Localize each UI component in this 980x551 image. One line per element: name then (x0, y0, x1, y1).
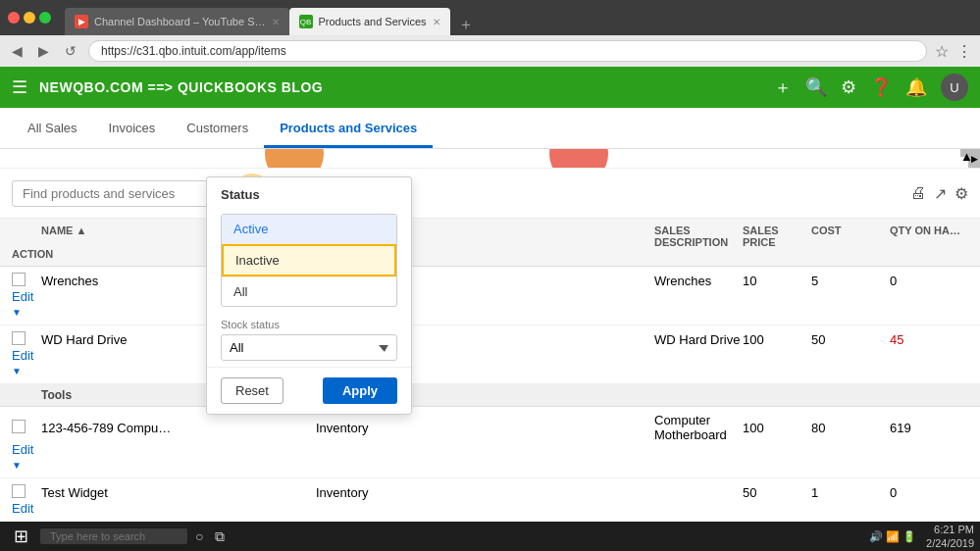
status-section: Active Inactive All (207, 208, 411, 313)
header-name[interactable]: NAME ▲ (41, 225, 218, 248)
row-price: 50 (743, 485, 811, 500)
nav-tab-all-sales[interactable]: All Sales (12, 111, 93, 148)
apply-button[interactable]: Apply (323, 377, 397, 404)
stock-section: Stock status All In stock Out of stock L… (207, 313, 411, 367)
status-options: Active Inactive All (221, 214, 397, 307)
table-header: NAME ▲ SKU TYPE SALES DESCRIPTION SALES … (0, 219, 980, 267)
url-bar[interactable]: https://c31.qbo.intuit.com/app/items (88, 40, 927, 62)
nav-tab-products[interactable]: Products and Services (264, 111, 433, 148)
filter-footer: Reset Apply (207, 367, 411, 414)
forward-button[interactable]: ▶ (34, 41, 53, 61)
nav-tab-invoices[interactable]: Invoices (93, 111, 172, 148)
row-checkbox[interactable] (12, 484, 41, 501)
row-name: Test Widget (41, 485, 218, 500)
row-checkbox[interactable] (12, 420, 41, 436)
row-price: 100 (743, 421, 811, 435)
nav-tab-customers[interactable]: Customers (171, 111, 264, 148)
stock-select-wrapper: All In stock Out of stock Low stock ▼ (221, 334, 397, 361)
tab-close-youtube[interactable]: ✕ (272, 17, 280, 27)
status-option-inactive[interactable]: Inactive (222, 244, 396, 276)
status-option-all[interactable]: All (222, 277, 396, 306)
new-tab-button[interactable]: ＋ (450, 15, 482, 35)
settings-icon[interactable]: ⋮ (956, 42, 972, 61)
main-content: ▼ 🖨 ↗ ⚙ NAME ▲ SKU TYPE SALES DESCRIPTIO… (0, 169, 980, 551)
minimize-button[interactable] (24, 12, 35, 24)
products-table: NAME ▲ SKU TYPE SALES DESCRIPTION SALES … (0, 219, 980, 551)
settings-gear-icon[interactable]: ⚙ (954, 184, 968, 203)
row-qty: 619 (890, 421, 968, 435)
stock-select[interactable]: All In stock Out of stock Low stock (221, 334, 397, 361)
row-name: Wrenches (41, 274, 218, 288)
chart-area: ▶ ▲ (0, 149, 980, 169)
row-cost: 5 (811, 274, 890, 288)
edit-link[interactable]: Edit (12, 348, 33, 363)
row-action: Edit ▼ (12, 442, 41, 472)
action-dropdown[interactable]: ▼ (12, 307, 22, 318)
export-icon[interactable]: ↗ (934, 184, 947, 203)
back-button[interactable]: ◀ (8, 41, 26, 61)
row-action: Edit ▼ (12, 289, 41, 319)
bell-icon[interactable]: 🔔 (905, 76, 927, 98)
row-action: Edit ▼ (12, 348, 41, 377)
header-checkbox (12, 225, 41, 248)
tab-bar: ▶ Channel Dashboard – YouTube S… ✕ QB Pr… (57, 0, 972, 35)
row-name: WD Hard Drive (41, 332, 218, 347)
scroll-top-marker: ▲ (960, 149, 968, 157)
app-header: ☰ NEWQBO.COM ==> QUICKBOOKS BLOG ＋ 🔍 ⚙ ❓… (0, 67, 980, 108)
url-text: https://c31.qbo.intuit.com/app/items (101, 44, 914, 58)
tab-close-quickbooks[interactable]: ✕ (433, 17, 440, 27)
user-avatar[interactable]: U (941, 74, 968, 101)
edit-link[interactable]: Edit (12, 501, 33, 516)
row-cost: 1 (811, 485, 890, 500)
chart-circle-red (549, 149, 608, 169)
tab-youtube[interactable]: ▶ Channel Dashboard – YouTube S… ✕ (65, 8, 289, 35)
address-bar: ◀ ▶ ↺ https://c31.qbo.intuit.com/app/ite… (0, 35, 980, 67)
row-checkbox[interactable] (12, 273, 41, 289)
row-qty: 45 (890, 332, 968, 347)
taskbar-system-icons: 🔊 📶 🔋 (869, 530, 916, 543)
taskbar-cortana-icon[interactable]: ○ (191, 528, 207, 544)
gear-icon[interactable]: ⚙ (841, 76, 856, 98)
action-dropdown[interactable]: ▼ (12, 366, 22, 376)
row-sales-desc: Wrenches (654, 274, 743, 288)
action-dropdown[interactable]: ▼ (12, 460, 22, 471)
edit-link[interactable]: Edit (12, 289, 33, 304)
bookmark-icon[interactable]: ☆ (935, 42, 949, 61)
edit-link[interactable]: Edit (12, 442, 33, 457)
row-checkbox[interactable] (12, 331, 41, 348)
chart-circle-orange (265, 149, 324, 169)
print-icon[interactable]: 🖨 (910, 184, 926, 202)
toolbar: ▼ 🖨 ↗ ⚙ (0, 169, 980, 219)
header-cost: COST (811, 225, 890, 248)
quickbooks-favicon: QB (299, 15, 313, 28)
reload-button[interactable]: ↺ (61, 41, 80, 61)
header-sales-price: SALES PRICE (743, 225, 811, 248)
taskbar-task-view-icon[interactable]: ⧉ (211, 528, 229, 545)
tab-quickbooks[interactable]: QB Products and Services ✕ (289, 8, 450, 35)
row-price: 100 (743, 332, 811, 347)
row-qty: 0 (890, 485, 968, 500)
row-type: Inventory (316, 485, 654, 500)
taskbar-right: 🔊 📶 🔋 6:21 PM 2/24/2019 (869, 523, 974, 551)
header-qty: QTY ON HA… (890, 225, 968, 248)
close-button[interactable] (8, 12, 20, 24)
reset-button[interactable]: Reset (221, 377, 284, 404)
taskbar: ⊞ ○ ⧉ 🔊 📶 🔋 6:21 PM 2/24/2019 (0, 522, 980, 551)
hamburger-icon[interactable]: ☰ (12, 76, 27, 98)
add-icon[interactable]: ＋ (774, 75, 792, 99)
taskbar-search-input[interactable] (40, 528, 187, 544)
table-row: Wrenches Inventory Wrenches 10 5 0 Edit … (0, 267, 980, 326)
row-sales-desc: Computer Motherboard (654, 413, 743, 442)
row-sales-desc: WD Hard Drive (654, 332, 743, 347)
status-option-active[interactable]: Active (222, 215, 396, 243)
row-cost: 50 (811, 332, 890, 347)
maximize-button[interactable] (39, 12, 51, 24)
youtube-favicon: ▶ (75, 15, 88, 28)
section-header-tools: Tools (0, 384, 980, 407)
app-title: NEWQBO.COM ==> QUICKBOOKS BLOG (39, 79, 323, 95)
help-icon[interactable]: ❓ (870, 76, 892, 98)
header-right: ＋ 🔍 ⚙ ❓ 🔔 U (774, 74, 968, 101)
start-button[interactable]: ⊞ (6, 526, 36, 547)
search-icon[interactable]: 🔍 (805, 76, 827, 98)
search-input[interactable] (12, 180, 228, 207)
